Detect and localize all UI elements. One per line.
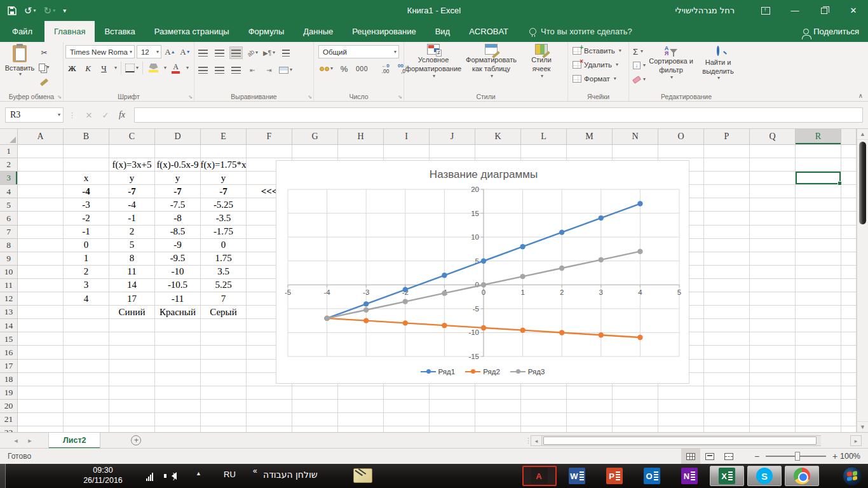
row-header-15[interactable]: 15 <box>0 332 18 346</box>
cell-P15[interactable] <box>704 332 750 346</box>
cell-C8[interactable]: 5 <box>109 239 155 252</box>
cell-A4[interactable] <box>18 185 64 198</box>
fill-color-button[interactable] <box>147 62 160 74</box>
cell-R20[interactable] <box>796 400 841 413</box>
dialog-launcher-icon[interactable]: ⇘ <box>188 94 193 100</box>
column-header-j[interactable]: J <box>430 129 475 145</box>
cell-C14[interactable] <box>109 319 155 332</box>
cancel-button[interactable]: ✕ <box>81 107 97 123</box>
cell-F20[interactable] <box>247 400 292 413</box>
cell-P20[interactable] <box>704 400 750 413</box>
cell-R21[interactable] <box>796 413 841 426</box>
cell-H1[interactable] <box>338 145 384 158</box>
row-header-1[interactable]: 1 <box>0 145 18 158</box>
column-header-p[interactable]: P <box>704 129 750 145</box>
cell-A19[interactable] <box>18 386 64 400</box>
tab-page-layout[interactable]: Разметка страницы <box>145 21 239 42</box>
scroll-left-button[interactable]: ◂ <box>531 435 542 446</box>
page-layout-view-button[interactable] <box>700 449 719 464</box>
cell-B4[interactable]: -4 <box>64 185 109 198</box>
column-header-n[interactable]: N <box>613 129 658 145</box>
cell-E10[interactable]: 3.5 <box>201 266 247 279</box>
cell-R16[interactable] <box>796 346 841 359</box>
cell-I22[interactable] <box>384 426 430 432</box>
taskbar-excel-button[interactable]: X <box>710 466 744 486</box>
enter-button[interactable]: ✓ <box>97 107 114 123</box>
cell-H22[interactable] <box>338 426 384 432</box>
accounting-format-button[interactable]: ▾ <box>320 62 333 75</box>
cell-C13[interactable]: Синий <box>109 306 155 319</box>
taskbar-outlook-button[interactable]: O <box>635 466 669 486</box>
cell-C20[interactable] <box>109 400 155 413</box>
cell-M22[interactable] <box>567 426 613 432</box>
cell-C15[interactable] <box>109 332 155 346</box>
cell-D10[interactable]: -10 <box>155 266 201 279</box>
cell-R10[interactable] <box>796 266 841 279</box>
cell-D3[interactable]: y <box>155 172 201 185</box>
close-button[interactable]: ✕ <box>839 0 868 21</box>
cell-D7[interactable]: -8.5 <box>155 226 201 239</box>
cell-R18[interactable] <box>796 373 841 386</box>
cell-E15[interactable] <box>201 332 247 346</box>
merge-center-button[interactable]: ▾ <box>279 64 292 76</box>
row-header-9[interactable]: 9 <box>0 252 18 266</box>
row-header-2[interactable]: 2 <box>0 158 18 172</box>
cell-A15[interactable] <box>18 332 64 346</box>
row-header-4[interactable]: 4 <box>0 185 18 198</box>
percent-style-button[interactable]: % <box>337 62 351 75</box>
cell-P17[interactable] <box>704 360 750 373</box>
cell-R17[interactable] <box>796 360 841 373</box>
cell-P1[interactable] <box>704 145 750 158</box>
cell-Q20[interactable] <box>750 400 796 413</box>
cell-O20[interactable] <box>658 400 704 413</box>
select-all-corner[interactable] <box>0 129 18 145</box>
autosum-button[interactable]: Σ▾ <box>631 45 648 58</box>
cell-E19[interactable] <box>201 386 247 400</box>
fill-button[interactable]: ↓▾ <box>631 59 648 72</box>
cell-B10[interactable]: 2 <box>64 266 109 279</box>
zoom-level[interactable]: 100% <box>840 452 860 461</box>
cell-B9[interactable]: 1 <box>64 252 109 266</box>
tab-home[interactable]: Главная <box>44 21 95 42</box>
cell-P11[interactable] <box>704 279 750 292</box>
cell-K19[interactable] <box>475 386 521 400</box>
insert-function-button[interactable]: fx <box>114 107 130 123</box>
cell-L21[interactable] <box>521 413 567 426</box>
cell-P16[interactable] <box>704 346 750 359</box>
cell-E5[interactable]: -5.25 <box>201 198 247 212</box>
cell-O1[interactable] <box>658 145 704 158</box>
cell-E13[interactable]: Серый <box>201 306 247 319</box>
shrink-font-button[interactable]: A▼ <box>179 46 192 58</box>
cell-R3[interactable] <box>796 172 841 185</box>
cell-D20[interactable] <box>155 400 201 413</box>
row-header-16[interactable]: 16 <box>0 346 18 359</box>
network-icon[interactable] <box>146 473 153 481</box>
cell-B11[interactable]: 3 <box>64 279 109 292</box>
cell-I1[interactable] <box>384 145 430 158</box>
cell-O22[interactable] <box>658 426 704 432</box>
cell-B6[interactable]: -2 <box>64 212 109 225</box>
cell-C22[interactable] <box>109 426 155 432</box>
cell-B15[interactable] <box>64 332 109 346</box>
cell-B21[interactable] <box>64 413 109 426</box>
cell-P3[interactable] <box>704 172 750 185</box>
cell-D1[interactable] <box>155 145 201 158</box>
scroll-up-button[interactable]: ▲ <box>857 129 868 140</box>
cell-R14[interactable] <box>796 319 841 332</box>
cell-D8[interactable]: -9 <box>155 239 201 252</box>
save-icon[interactable] <box>8 6 17 15</box>
cell-Q17[interactable] <box>750 360 796 373</box>
cell-K21[interactable] <box>475 413 521 426</box>
sheet-tab[interactable]: Лист2 <box>48 433 100 449</box>
dialog-launcher-icon[interactable]: ⇘ <box>398 94 402 100</box>
cell-R4[interactable] <box>796 185 841 198</box>
cell-A13[interactable] <box>18 306 64 319</box>
cell-B17[interactable] <box>64 360 109 373</box>
find-select-button[interactable]: Найти и выделить▾ <box>695 44 742 91</box>
cell-P7[interactable] <box>704 226 750 239</box>
cell-C16[interactable] <box>109 346 155 359</box>
cell-D22[interactable] <box>155 426 201 432</box>
tab-view[interactable]: Вид <box>426 21 460 42</box>
row-header-18[interactable]: 18 <box>0 373 18 386</box>
row-header-10[interactable]: 10 <box>0 266 18 279</box>
